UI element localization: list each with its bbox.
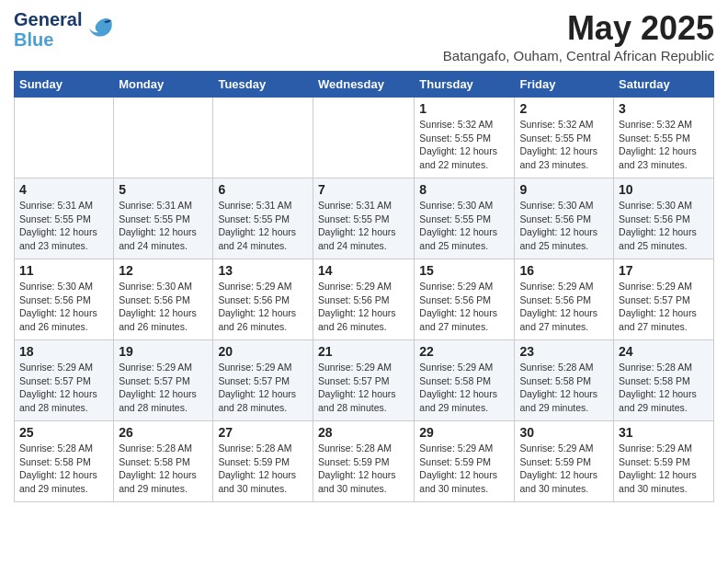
day-info: Sunrise: 5:29 AM Sunset: 5:56 PM Dayligh… <box>519 280 609 334</box>
day-info: Sunrise: 5:28 AM Sunset: 5:59 PM Dayligh… <box>318 442 409 496</box>
day-number: 20 <box>218 344 308 359</box>
day-number: 4 <box>19 182 108 197</box>
calendar-cell: 25Sunrise: 5:28 AM Sunset: 5:58 PM Dayli… <box>15 421 114 502</box>
day-number: 13 <box>218 263 308 278</box>
calendar-cell: 18Sunrise: 5:29 AM Sunset: 5:57 PM Dayli… <box>15 340 114 421</box>
calendar-week-2: 4Sunrise: 5:31 AM Sunset: 5:55 PM Daylig… <box>15 178 714 259</box>
weekday-header-row: SundayMondayTuesdayWednesdayThursdayFrid… <box>15 72 714 98</box>
calendar-cell: 20Sunrise: 5:29 AM Sunset: 5:57 PM Dayli… <box>213 340 313 421</box>
day-number: 26 <box>119 425 208 440</box>
calendar-cell: 23Sunrise: 5:28 AM Sunset: 5:58 PM Dayli… <box>515 340 614 421</box>
calendar-week-3: 11Sunrise: 5:30 AM Sunset: 5:56 PM Dayli… <box>15 259 714 340</box>
day-info: Sunrise: 5:29 AM Sunset: 5:59 PM Dayligh… <box>519 442 609 496</box>
calendar-cell: 7Sunrise: 5:31 AM Sunset: 5:55 PM Daylig… <box>313 178 414 259</box>
weekday-header-monday: Monday <box>114 72 213 98</box>
day-info: Sunrise: 5:29 AM Sunset: 5:56 PM Dayligh… <box>218 280 308 334</box>
day-number: 22 <box>419 344 509 359</box>
day-info: Sunrise: 5:29 AM Sunset: 5:59 PM Dayligh… <box>619 442 709 496</box>
day-number: 5 <box>119 182 208 197</box>
calendar-cell: 21Sunrise: 5:29 AM Sunset: 5:57 PM Dayli… <box>313 340 414 421</box>
day-number: 23 <box>519 344 609 359</box>
day-number: 27 <box>218 425 308 440</box>
logo: General Blue <box>14 9 115 50</box>
calendar-body: 1Sunrise: 5:32 AM Sunset: 5:55 PM Daylig… <box>15 98 714 502</box>
weekday-header-friday: Friday <box>515 72 614 98</box>
day-info: Sunrise: 5:29 AM Sunset: 5:59 PM Dayligh… <box>419 442 509 496</box>
calendar-cell: 6Sunrise: 5:31 AM Sunset: 5:55 PM Daylig… <box>213 178 313 259</box>
calendar-week-1: 1Sunrise: 5:32 AM Sunset: 5:55 PM Daylig… <box>15 98 714 178</box>
day-info: Sunrise: 5:30 AM Sunset: 5:56 PM Dayligh… <box>119 280 208 334</box>
day-number: 18 <box>19 344 108 359</box>
day-info: Sunrise: 5:29 AM Sunset: 5:56 PM Dayligh… <box>419 280 509 334</box>
page-header: General Blue May 2025 Batangafo, Ouham, … <box>14 9 714 63</box>
day-number: 31 <box>619 425 709 440</box>
day-info: Sunrise: 5:31 AM Sunset: 5:55 PM Dayligh… <box>19 199 108 253</box>
logo-bird-icon <box>85 13 115 46</box>
title-block: May 2025 Batangafo, Ouham, Central Afric… <box>443 9 714 63</box>
day-number: 2 <box>519 101 609 116</box>
day-info: Sunrise: 5:31 AM Sunset: 5:55 PM Dayligh… <box>218 199 308 253</box>
day-number: 6 <box>218 182 308 197</box>
calendar-cell: 19Sunrise: 5:29 AM Sunset: 5:57 PM Dayli… <box>114 340 213 421</box>
day-number: 28 <box>318 425 409 440</box>
day-info: Sunrise: 5:28 AM Sunset: 5:59 PM Dayligh… <box>218 442 308 496</box>
day-info: Sunrise: 5:28 AM Sunset: 5:58 PM Dayligh… <box>19 442 108 496</box>
day-number: 29 <box>419 425 509 440</box>
weekday-header-thursday: Thursday <box>415 72 515 98</box>
calendar-cell: 31Sunrise: 5:29 AM Sunset: 5:59 PM Dayli… <box>614 421 714 502</box>
day-number: 21 <box>318 344 409 359</box>
day-info: Sunrise: 5:32 AM Sunset: 5:55 PM Dayligh… <box>619 118 709 172</box>
day-number: 17 <box>619 263 709 278</box>
calendar-cell: 28Sunrise: 5:28 AM Sunset: 5:59 PM Dayli… <box>313 421 414 502</box>
logo-blue: Blue <box>14 29 82 50</box>
month-year-title: May 2025 <box>443 9 714 48</box>
day-info: Sunrise: 5:30 AM Sunset: 5:55 PM Dayligh… <box>419 199 509 253</box>
day-info: Sunrise: 5:29 AM Sunset: 5:57 PM Dayligh… <box>218 361 308 415</box>
calendar-cell: 26Sunrise: 5:28 AM Sunset: 5:58 PM Dayli… <box>114 421 213 502</box>
calendar-cell: 2Sunrise: 5:32 AM Sunset: 5:55 PM Daylig… <box>515 98 614 178</box>
calendar-cell: 17Sunrise: 5:29 AM Sunset: 5:57 PM Dayli… <box>614 259 714 340</box>
calendar-cell: 16Sunrise: 5:29 AM Sunset: 5:56 PM Dayli… <box>515 259 614 340</box>
day-info: Sunrise: 5:29 AM Sunset: 5:57 PM Dayligh… <box>119 361 208 415</box>
day-info: Sunrise: 5:30 AM Sunset: 5:56 PM Dayligh… <box>19 280 108 334</box>
location-subtitle: Batangafo, Ouham, Central African Republ… <box>443 48 714 63</box>
calendar-cell <box>213 98 313 178</box>
day-number: 19 <box>119 344 208 359</box>
day-number: 11 <box>19 263 108 278</box>
calendar-cell: 10Sunrise: 5:30 AM Sunset: 5:56 PM Dayli… <box>614 178 714 259</box>
calendar-cell: 14Sunrise: 5:29 AM Sunset: 5:56 PM Dayli… <box>313 259 414 340</box>
day-info: Sunrise: 5:30 AM Sunset: 5:56 PM Dayligh… <box>619 199 709 253</box>
day-info: Sunrise: 5:29 AM Sunset: 5:56 PM Dayligh… <box>318 280 409 334</box>
calendar-cell: 24Sunrise: 5:28 AM Sunset: 5:58 PM Dayli… <box>614 340 714 421</box>
day-info: Sunrise: 5:28 AM Sunset: 5:58 PM Dayligh… <box>119 442 208 496</box>
day-number: 8 <box>419 182 509 197</box>
calendar-header: SundayMondayTuesdayWednesdayThursdayFrid… <box>15 72 714 98</box>
day-info: Sunrise: 5:29 AM Sunset: 5:58 PM Dayligh… <box>419 361 509 415</box>
day-number: 24 <box>619 344 709 359</box>
calendar-cell: 22Sunrise: 5:29 AM Sunset: 5:58 PM Dayli… <box>415 340 515 421</box>
calendar-cell: 11Sunrise: 5:30 AM Sunset: 5:56 PM Dayli… <box>15 259 114 340</box>
day-info: Sunrise: 5:32 AM Sunset: 5:55 PM Dayligh… <box>419 118 509 172</box>
calendar-cell <box>114 98 213 178</box>
day-info: Sunrise: 5:32 AM Sunset: 5:55 PM Dayligh… <box>519 118 609 172</box>
day-info: Sunrise: 5:29 AM Sunset: 5:57 PM Dayligh… <box>318 361 409 415</box>
day-info: Sunrise: 5:30 AM Sunset: 5:56 PM Dayligh… <box>519 199 609 253</box>
weekday-header-wednesday: Wednesday <box>313 72 414 98</box>
day-info: Sunrise: 5:29 AM Sunset: 5:57 PM Dayligh… <box>19 361 108 415</box>
calendar-cell: 15Sunrise: 5:29 AM Sunset: 5:56 PM Dayli… <box>415 259 515 340</box>
calendar-week-4: 18Sunrise: 5:29 AM Sunset: 5:57 PM Dayli… <box>15 340 714 421</box>
weekday-header-tuesday: Tuesday <box>213 72 313 98</box>
calendar-week-5: 25Sunrise: 5:28 AM Sunset: 5:58 PM Dayli… <box>15 421 714 502</box>
day-number: 12 <box>119 263 208 278</box>
day-info: Sunrise: 5:31 AM Sunset: 5:55 PM Dayligh… <box>119 199 208 253</box>
calendar-cell: 13Sunrise: 5:29 AM Sunset: 5:56 PM Dayli… <box>213 259 313 340</box>
day-number: 15 <box>419 263 509 278</box>
day-number: 30 <box>519 425 609 440</box>
calendar-cell: 27Sunrise: 5:28 AM Sunset: 5:59 PM Dayli… <box>213 421 313 502</box>
day-number: 9 <box>519 182 609 197</box>
calendar-cell: 9Sunrise: 5:30 AM Sunset: 5:56 PM Daylig… <box>515 178 614 259</box>
calendar-cell: 29Sunrise: 5:29 AM Sunset: 5:59 PM Dayli… <box>415 421 515 502</box>
day-number: 1 <box>419 101 509 116</box>
calendar-cell <box>313 98 414 178</box>
calendar-cell: 1Sunrise: 5:32 AM Sunset: 5:55 PM Daylig… <box>415 98 515 178</box>
